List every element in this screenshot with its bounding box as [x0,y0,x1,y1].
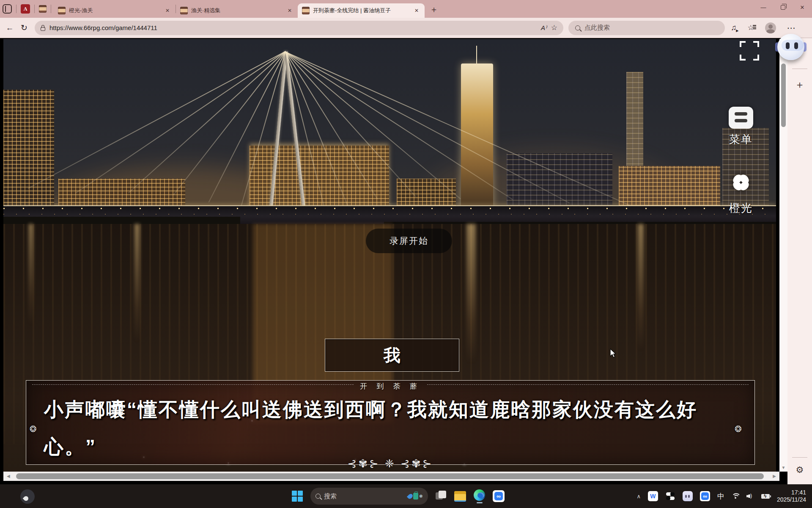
fullscreen-grid-icon[interactable] [740,41,759,61]
left-medallion-ornament: ❂ [30,424,37,434]
active-app-indicator [477,502,483,503]
search-icon [315,494,321,499]
toolbar-search-box[interactable]: 点此搜索 [568,21,725,35]
infinity-icon: ∞ [701,492,709,500]
skyscraper-tower [461,64,493,207]
sidebar-add-button[interactable]: ＋ [787,78,812,91]
horizontal-scrollbar-thumb[interactable] [16,473,764,479]
window-restore-button[interactable] [773,0,793,14]
tab-title: 开到荼蘼-全线完结 | 酱油纳豆子 [313,7,409,14]
wifi-icon[interactable] [732,493,739,499]
clover-logo-icon [728,169,754,196]
clock-time: 17:41 [777,489,806,496]
divider [34,5,35,13]
sidebar-divider [792,69,807,69]
speaker-name: 我 [384,344,401,367]
tab-changguang-yuguan[interactable]: 橙光-渔关 ✕ [54,3,176,18]
chengguang-brand-button[interactable]: 橙光 [722,169,760,215]
game-canvas[interactable]: 录屏开始 菜单 橙光 我 [3,39,776,472]
collections-icon[interactable]: ☆ [748,23,754,32]
edge-icon [474,489,485,501]
tower-antenna [476,46,477,65]
tab-close-icon[interactable]: ✕ [413,7,420,14]
pinned-tab-avatar-icon[interactable] [39,5,47,13]
suitcase-icon [413,493,418,500]
tray-infinity-app-icon[interactable]: ∞ [700,491,710,501]
search-icon [575,25,580,30]
tray-assistant-icon[interactable] [683,491,693,501]
dialogue-text: 小声嘟囔“懂不懂什么叫送佛送到西啊？我就知道鹿晗那家伙没有这么好 心。” [44,391,738,465]
screen-record-toast: 录屏开始 [366,229,452,253]
read-aloud-icon[interactable]: A⁾ [541,24,547,32]
tab-close-icon[interactable]: ✕ [164,7,171,14]
edge-browser-button[interactable] [474,489,485,503]
task-view-button[interactable] [436,491,447,502]
snowflake-icon: ❄ [419,494,423,499]
tab-favicon [180,7,188,14]
reflection [466,224,476,364]
new-tab-button[interactable]: ＋ [425,4,443,18]
profile-avatar[interactable] [765,22,776,33]
scroll-down-arrow-icon[interactable]: ▼ [779,465,787,470]
refresh-button[interactable]: ↻ [17,21,31,35]
browser-viewport: 录屏开始 菜单 橙光 我 [0,38,812,484]
infinity-app-button[interactable]: ∞ [493,490,505,502]
game-title-label: 开 到 荼 蘼 [26,381,754,391]
scroll-left-arrow-icon[interactable]: ◀ [7,474,10,478]
tray-w-app-icon[interactable]: W [648,491,658,501]
vertical-scrollbar-thumb[interactable] [781,64,786,127]
tab-yuguan-jingxuanji[interactable]: 渔关·精选集 ✕ [176,3,298,18]
reflection [638,224,644,351]
copilot-assistant-avatar[interactable] [776,33,806,62]
bottom-filigree-ornament: ⊰✾⊱ ❈ ⊰✾⊱ [26,457,754,470]
divider [16,5,16,13]
tab-close-icon[interactable]: ✕ [286,7,294,14]
back-button[interactable]: ← [3,21,17,35]
address-bar[interactable]: https://www.66rpg.com/game/1444711 A⁾ ☆ [35,21,563,35]
tab-actions-icon[interactable] [3,4,12,14]
taskbar-search-placeholder: 搜索 [324,492,337,500]
menu-icon [729,107,753,129]
windows-taskbar: 搜索 ❄ ∞ ∧ W ∞ 中 [0,484,812,508]
game-menu-button[interactable]: 菜单 [722,107,760,147]
browser-tab-bar: A 橙光-渔关 ✕ 渔关·精选集 ✕ 开到荼蘼-全线完结 | 酱油纳豆子 ✕ ＋… [0,0,812,18]
scroll-right-arrow-icon[interactable]: ▶ [773,474,776,478]
speaker-name-box: 我 [325,339,459,372]
mouse-cursor [609,349,617,358]
vertical-scrollbar[interactable]: ▼ [779,39,787,472]
file-explorer-button[interactable] [454,491,466,501]
dialogue-box[interactable]: 开 到 荼 蘼 小声嘟囔“懂不懂什么叫送佛送到西啊？我就知道鹿晗那家伙没有这么好… [26,380,755,465]
screen: A 橙光-渔关 ✕ 渔关·精选集 ✕ 开到荼蘼-全线完结 | 酱油纳豆子 ✕ ＋… [0,0,812,508]
favorite-star-icon[interactable]: ☆ [551,23,557,32]
settings-menu-icon[interactable]: ⋯ [787,23,796,33]
volume-icon[interactable] [746,493,754,499]
taskbar-search-box[interactable]: 搜索 ❄ [310,488,428,505]
right-medallion-ornament: ❂ [735,424,742,434]
url-text[interactable]: https://www.66rpg.com/game/1444711 [49,24,537,31]
media-control-icon[interactable]: ♫ [731,23,737,32]
tab-favicon [302,7,310,14]
pinned-site-icon-red[interactable]: A [21,4,30,14]
clock-date: 2025/11/24 [777,496,806,503]
tray-toggles-icon[interactable] [665,491,675,501]
tab-title: 渔关·精选集 [191,7,283,14]
reflection [134,224,140,342]
sidebar-divider [792,457,807,458]
sidebar-settings-gear-icon[interactable]: ⚙ [787,465,812,475]
horizontal-scrollbar[interactable]: ◀ ▶ [3,472,779,481]
weather-widget-icon[interactable] [20,489,35,504]
divider [51,5,51,13]
tab-kaidaotumi-active[interactable]: 开到荼蘼-全线完结 | 酱油纳豆子 ✕ [298,3,425,18]
reflection [29,224,33,326]
window-close-button[interactable]: ✕ [793,0,812,14]
tray-chevron-up-icon[interactable]: ∧ [636,493,641,500]
tab-title: 橙光-渔关 [69,7,160,14]
water-drop-icon [407,493,414,500]
window-minimize-button[interactable]: — [754,0,773,14]
battery-icon[interactable]: ϟ [761,494,770,499]
start-button[interactable] [292,491,303,502]
dialogue-line-1: 小声嘟囔“懂不懂什么叫送佛送到西啊？我就知道鹿晗那家伙没有这么好 [44,391,738,428]
ime-indicator[interactable]: 中 [717,491,724,501]
robot-visor [782,40,804,51]
taskbar-clock[interactable]: 17:41 2025/11/24 [777,489,806,503]
